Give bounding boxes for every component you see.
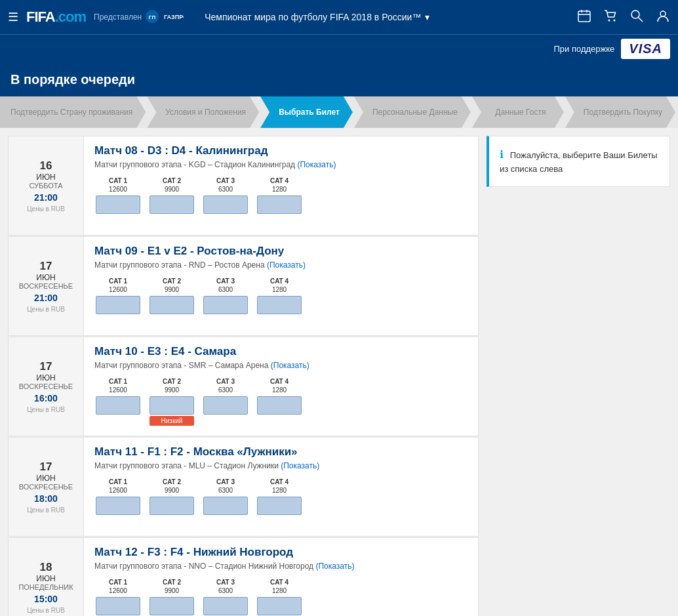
cat-seat[interactable] bbox=[96, 497, 140, 515]
cat-label: CAT 1 bbox=[109, 378, 127, 385]
match-subtitle: Матчи группового этапа - NNO – Стадион Н… bbox=[94, 562, 468, 571]
ticket-cat[interactable]: CAT 112600 bbox=[94, 277, 142, 327]
ticket-cat[interactable]: CAT 41280 bbox=[256, 579, 303, 616]
cat-seat[interactable] bbox=[203, 195, 248, 214]
match-day: 18 bbox=[40, 561, 52, 574]
cat-seat[interactable] bbox=[150, 296, 194, 314]
step-country[interactable]: Подтвердить Страну проживания bbox=[0, 96, 146, 128]
cat-seat[interactable] bbox=[150, 396, 194, 415]
cat-price: 6300 bbox=[218, 587, 233, 594]
match-month: ИЮН bbox=[36, 173, 55, 182]
ticket-cat[interactable]: CAT 36300 bbox=[202, 177, 249, 227]
svg-point-7 bbox=[608, 19, 610, 21]
step-terms[interactable]: Условия и Положения bbox=[147, 96, 259, 128]
cat-label: CAT 2 bbox=[163, 378, 181, 385]
match-time: 15:00 bbox=[34, 594, 58, 604]
cat-seat[interactable] bbox=[257, 396, 302, 415]
visa-support-text: При поддержке bbox=[553, 44, 614, 54]
main-content: 16 ИЮН СУББОТА 21:00 Цены в RUB Матч 08 … bbox=[0, 128, 678, 616]
cat-seat[interactable] bbox=[203, 597, 248, 615]
svg-point-11 bbox=[660, 11, 666, 16]
ticket-cat[interactable]: CAT 29900 bbox=[148, 579, 195, 616]
cat-label: CAT 2 bbox=[163, 478, 181, 485]
menu-icon[interactable]: ☰ bbox=[8, 10, 18, 24]
cat-price: 9900 bbox=[165, 186, 179, 193]
match-subtitle: Матчи группового этапа - MLU – Стадион Л… bbox=[94, 461, 468, 470]
ticket-cats: CAT 112600CAT 29900НизкийCAT 36300CAT 41… bbox=[94, 378, 468, 428]
cat-seat[interactable] bbox=[96, 597, 140, 615]
cat-price: 12600 bbox=[109, 186, 127, 193]
cat-seat[interactable] bbox=[257, 597, 302, 615]
ticket-cat[interactable]: CAT 41280 bbox=[256, 177, 303, 227]
show-link[interactable]: (Показать) bbox=[297, 160, 336, 169]
match-day: 16 bbox=[40, 159, 52, 173]
sponsor-area: Представлен ГП ГАЗПРОМ bbox=[94, 9, 184, 26]
cat-price: 12600 bbox=[109, 587, 127, 594]
step-select-ticket[interactable]: Выбрать Билет bbox=[260, 96, 353, 128]
match-day: 17 bbox=[40, 260, 52, 273]
svg-line-10 bbox=[639, 17, 643, 22]
ticket-cat[interactable]: CAT 112600 bbox=[94, 378, 142, 428]
cat-seat[interactable] bbox=[203, 296, 248, 314]
ticket-cat[interactable]: CAT 36300 bbox=[202, 478, 249, 528]
show-link[interactable]: (Показать) bbox=[315, 562, 354, 571]
match-row: 16 ИЮН СУББОТА 21:00 Цены в RUB Матч 08 … bbox=[8, 136, 479, 236]
ticket-cats: CAT 112600CAT 29900CAT 36300CAT 41280 bbox=[94, 478, 468, 528]
cat-label: CAT 1 bbox=[109, 177, 127, 184]
cat-seat[interactable] bbox=[257, 497, 302, 515]
search-icon[interactable] bbox=[629, 9, 644, 26]
ticket-cat[interactable]: CAT 29900Низкий bbox=[148, 378, 195, 428]
cat-label: CAT 3 bbox=[216, 277, 235, 285]
cat-seat[interactable] bbox=[203, 396, 248, 415]
cat-seat[interactable] bbox=[150, 497, 194, 515]
match-list: 16 ИЮН СУББОТА 21:00 Цены в RUB Матч 08 … bbox=[8, 136, 479, 616]
championship-title[interactable]: Чемпионат мира по футболу FIFA 2018 в Ро… bbox=[205, 12, 429, 22]
ticket-cat[interactable]: CAT 29900 bbox=[148, 478, 195, 528]
ticket-cat[interactable]: CAT 36300 bbox=[202, 579, 249, 616]
ticket-cat[interactable]: CAT 112600 bbox=[94, 177, 142, 227]
cat-label: CAT 1 bbox=[109, 277, 127, 285]
right-panel: ℹ Пожалуйста, выберите Ваши Билеты из сп… bbox=[487, 136, 670, 616]
user-icon[interactable] bbox=[656, 9, 670, 26]
gazprom-logo-svg: ГП ГАЗПРОМ bbox=[144, 9, 184, 24]
match-date-col: 17 ИЮН ВОСКРЕСЕНЬЕ 21:00 Цены в RUB bbox=[9, 237, 84, 335]
cat-price: 9900 bbox=[165, 286, 179, 293]
ticket-cat[interactable]: CAT 29900 bbox=[148, 177, 195, 227]
cat-seat[interactable] bbox=[203, 497, 248, 515]
ticket-cat[interactable]: CAT 41280 bbox=[256, 378, 303, 428]
match-weekday: ВОСКРЕСЕНЬЕ bbox=[19, 382, 73, 390]
ticket-cat[interactable]: CAT 41280 bbox=[256, 478, 303, 528]
cat-seat[interactable] bbox=[257, 296, 302, 314]
cat-price: 1280 bbox=[272, 286, 287, 293]
ticket-cat[interactable]: CAT 41280 bbox=[256, 277, 303, 327]
match-subtitle: Матчи группового этапа - KGD – Стадион К… bbox=[94, 160, 468, 169]
svg-point-9 bbox=[631, 10, 639, 18]
cat-seat[interactable] bbox=[96, 396, 140, 415]
show-link[interactable]: (Показать) bbox=[267, 260, 306, 270]
cat-price: 6300 bbox=[218, 186, 233, 193]
cat-price: 6300 bbox=[218, 487, 233, 494]
cat-seat[interactable] bbox=[150, 597, 194, 615]
cart-icon[interactable] bbox=[603, 9, 618, 26]
cat-seat[interactable] bbox=[96, 296, 140, 314]
show-link[interactable]: (Показать) bbox=[281, 461, 319, 470]
cat-seat[interactable] bbox=[96, 195, 140, 214]
step-confirm-purchase[interactable]: Подтвердить Покупку bbox=[565, 96, 675, 128]
calendar-icon[interactable] bbox=[577, 9, 591, 26]
cat-seat[interactable] bbox=[257, 195, 302, 214]
match-details-col: Матч 08 - D3 : D4 - КалининградМатчи гру… bbox=[84, 136, 478, 235]
cat-seat[interactable] bbox=[150, 195, 194, 214]
match-price-note: Цены в RUB bbox=[27, 607, 65, 614]
match-weekday: ВОСКРЕСЕНЬЕ bbox=[19, 483, 73, 491]
ticket-cat[interactable]: CAT 112600 bbox=[94, 478, 142, 528]
ticket-cat[interactable]: CAT 36300 bbox=[202, 277, 249, 327]
step-guest-data[interactable]: Данные Гостя bbox=[472, 96, 564, 128]
ticket-cat[interactable]: CAT 112600 bbox=[94, 579, 142, 616]
show-link[interactable]: (Показать) bbox=[271, 361, 309, 370]
cat-price: 12600 bbox=[109, 286, 127, 293]
ticket-cat[interactable]: CAT 29900 bbox=[148, 277, 195, 327]
visa-bar: При поддержке VISA bbox=[0, 34, 678, 63]
ticket-cat[interactable]: CAT 36300 bbox=[202, 378, 249, 428]
step-personal-data[interactable]: Персональные Данные bbox=[354, 96, 471, 128]
match-title: Матч 11 - F1 : F2 - Москва «Лужники» bbox=[94, 445, 468, 459]
